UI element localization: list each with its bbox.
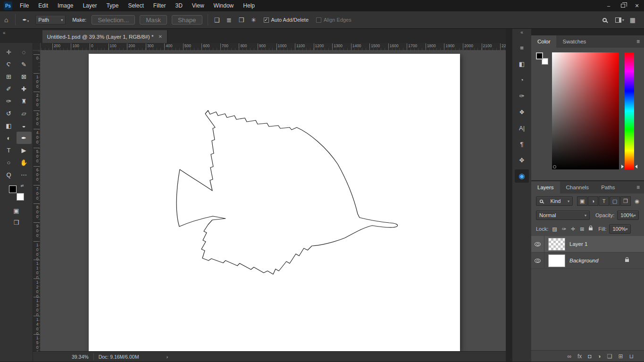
zoom-level-field[interactable]: 39.34% xyxy=(72,354,89,360)
ruler-origin-corner[interactable] xyxy=(33,43,41,51)
layer-visibility-toggle[interactable] xyxy=(531,236,544,252)
filter-pixel-layers-icon[interactable]: ▣ xyxy=(577,196,587,206)
link-layers-icon[interactable]: ∞ xyxy=(567,353,571,360)
blur-tool[interactable]: ◒ xyxy=(17,119,32,132)
brushes-icon[interactable]: ✑ xyxy=(515,89,529,102)
tab-swatches[interactable]: Swatches xyxy=(556,35,592,48)
delete-layer-icon[interactable]: ⊔ xyxy=(629,353,634,360)
layer-row-background[interactable]: Background xyxy=(531,253,644,269)
brush-tool[interactable]: ✑ xyxy=(1,95,17,107)
libraries-icon[interactable]: ◉ xyxy=(515,169,529,183)
align-edges-option[interactable]: Align Edges xyxy=(316,17,351,23)
menu-edit[interactable]: Edit xyxy=(33,0,53,11)
lock-all-icon[interactable] xyxy=(589,227,593,230)
tab-channels[interactable]: Channels xyxy=(560,181,595,194)
path-selection-tool[interactable]: ▶ xyxy=(17,144,32,156)
checkbox-checked-icon[interactable]: ✓ xyxy=(264,17,269,23)
edit-toolbar[interactable]: ⋯ xyxy=(17,168,32,181)
filter-adjustment-layers-icon[interactable]: ◑ xyxy=(588,196,598,206)
background-color-swatch[interactable] xyxy=(17,193,24,201)
menu-type[interactable]: Type xyxy=(101,0,123,11)
restore-button[interactable] xyxy=(616,0,630,11)
tab-paths[interactable]: Paths xyxy=(595,181,621,194)
menu-select[interactable]: Select xyxy=(123,0,148,11)
new-layer-icon[interactable]: ⊞ xyxy=(619,353,623,360)
lock-transparency-icon[interactable]: ▨ xyxy=(552,226,557,232)
type-tool[interactable]: T xyxy=(1,144,17,156)
clone-stamp-tool[interactable]: ♜ xyxy=(17,95,32,107)
workspace-switcher-icon[interactable]: ▦ xyxy=(624,17,640,24)
opacity-dropdown[interactable]: 100% ▾ xyxy=(617,210,639,220)
layer-thumbnail[interactable] xyxy=(548,238,565,251)
hand-tool[interactable]: ✋ xyxy=(17,156,32,168)
layer-name[interactable]: Background xyxy=(569,258,598,263)
new-adjustment-layer-icon[interactable]: ◑ xyxy=(598,353,601,360)
dodge-tool[interactable]: ◐ xyxy=(1,132,17,144)
canvas-viewport[interactable] xyxy=(41,51,506,351)
color-picker-marker[interactable] xyxy=(553,165,556,168)
screen-mode-icon[interactable]: ❒ xyxy=(14,219,19,226)
blend-mode-dropdown[interactable]: Normal ▾ xyxy=(536,210,590,220)
paragraph-icon[interactable]: ¶ xyxy=(515,137,529,151)
filter-smart-objects-icon[interactable]: ❒ xyxy=(620,196,631,206)
lock-position-icon[interactable]: ✛ xyxy=(571,226,575,232)
checkbox-unchecked-icon[interactable] xyxy=(316,17,321,23)
fish-outline-path[interactable] xyxy=(176,110,397,274)
lock-artboard-icon[interactable]: ⊞ xyxy=(580,226,584,232)
crop-tool[interactable]: ⊞ xyxy=(1,70,17,83)
ellipse-tool[interactable]: ○ xyxy=(1,156,17,168)
filter-toggle-icon[interactable]: ◉ xyxy=(635,198,639,204)
menu-filter[interactable]: Filter xyxy=(149,0,171,11)
search-icon[interactable] xyxy=(602,18,607,22)
elliptical-marquee-tool[interactable]: ◌ xyxy=(17,46,32,58)
swap-colors-icon[interactable]: ⇄ xyxy=(21,184,24,188)
filter-kind-dropdown[interactable]: Kind ▾ xyxy=(536,196,573,206)
new-group-icon[interactable]: ❏ xyxy=(607,353,612,360)
make-selection-button[interactable]: Selection... xyxy=(92,15,135,25)
quick-mask-icon[interactable]: ▣ xyxy=(13,207,19,214)
path-alignment-icon[interactable]: ≣ xyxy=(223,14,235,25)
menu-window[interactable]: Window xyxy=(209,0,239,11)
patterns-icon[interactable]: ❖ xyxy=(515,105,529,118)
dock-divider[interactable] xyxy=(506,29,512,362)
path-mode-dropdown[interactable]: Path ▾ xyxy=(35,15,66,25)
make-mask-button[interactable]: Mask xyxy=(140,15,167,25)
eyedropper-tool[interactable]: ✐ xyxy=(1,83,17,95)
filter-shape-layers-icon[interactable]: ▢ xyxy=(610,196,620,206)
layer-effects-icon[interactable]: fx xyxy=(577,353,582,360)
foreground-color-swatch[interactable] xyxy=(536,52,543,59)
lasso-tool[interactable]: Ϛ xyxy=(1,58,17,70)
brush-settings-icon[interactable]: ≡ xyxy=(515,41,529,54)
layer-name[interactable]: Layer 1 xyxy=(569,241,587,247)
menu-help[interactable]: Help xyxy=(238,0,259,11)
auto-add-delete-option[interactable]: ✓ Auto Add/Delete xyxy=(264,17,309,23)
clone-source-icon[interactable]: ✥ xyxy=(515,153,529,167)
minimize-button[interactable]: – xyxy=(602,0,616,11)
close-tab-icon[interactable]: ✕ xyxy=(158,34,162,39)
hue-slider-handle-right[interactable] xyxy=(635,165,637,168)
workspace-icon[interactable] xyxy=(615,17,621,23)
home-icon[interactable]: ⌂ xyxy=(0,16,12,24)
status-options-chevron-icon[interactable]: › xyxy=(166,354,168,360)
pen-tool[interactable]: ✒ xyxy=(17,132,32,144)
make-shape-button[interactable]: Shape xyxy=(172,15,202,25)
path-arrangement-icon[interactable]: ❒ xyxy=(235,14,248,25)
horizontal-ruler[interactable]: 2001000100200300400500600700800900100011… xyxy=(41,43,506,51)
saturation-brightness-field[interactable] xyxy=(552,52,619,169)
quick-selection-tool[interactable]: ✎ xyxy=(17,58,32,70)
styles-icon[interactable]: ◔ xyxy=(515,73,529,86)
document-tab[interactable]: Untitled-1.psd @ 39.3% (Layer 1, RGB/8#)… xyxy=(42,30,167,43)
filter-type-layers-icon[interactable]: T xyxy=(599,196,609,206)
add-layer-mask-icon[interactable]: ◘ xyxy=(588,353,591,360)
spot-healing-brush-tool[interactable]: ✚ xyxy=(17,83,32,95)
hue-slider-handle-left[interactable] xyxy=(621,165,624,168)
path-operations-icon[interactable]: ❑ xyxy=(211,14,223,25)
panel-menu-icon[interactable]: ≡ xyxy=(632,35,644,48)
character-icon[interactable]: A| xyxy=(515,121,529,135)
menu-layer[interactable]: Layer xyxy=(78,0,101,11)
close-button[interactable]: ✕ xyxy=(630,0,644,11)
lock-pixels-icon[interactable]: ✑ xyxy=(562,226,566,232)
collapse-tools-icon[interactable]: « xyxy=(0,30,8,35)
tab-layers[interactable]: Layers xyxy=(531,181,560,194)
tool-preset-picker[interactable]: ✒ ▾ xyxy=(18,17,31,23)
